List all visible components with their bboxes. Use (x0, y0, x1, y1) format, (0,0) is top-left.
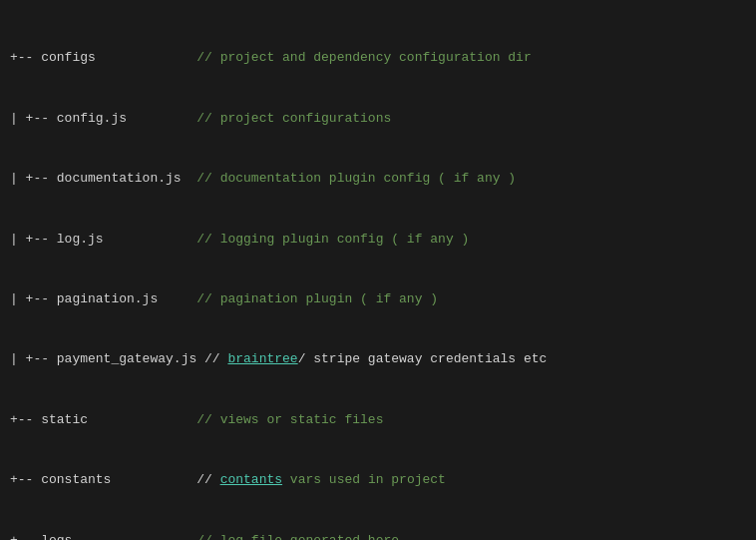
line-5: | +-- pagination.js // pagination plugin… (10, 289, 746, 309)
line-9: +-- logs // log file generated here (10, 531, 746, 540)
line-3: | +-- documentation.js // documentation … (10, 169, 746, 189)
terminal-output: +-- configs // project and dependency co… (10, 8, 746, 540)
line-4: | +-- log.js // logging plugin config ( … (10, 230, 746, 250)
line-7: +-- static // views or static files (10, 410, 746, 430)
line-2: | +-- config.js // project configuration… (10, 109, 746, 129)
line-6: | +-- payment_gateway.js // braintree/ s… (10, 349, 746, 369)
line-1: +-- configs // project and dependency co… (10, 48, 746, 68)
line-8: +-- constants // contants vars used in p… (10, 470, 746, 490)
